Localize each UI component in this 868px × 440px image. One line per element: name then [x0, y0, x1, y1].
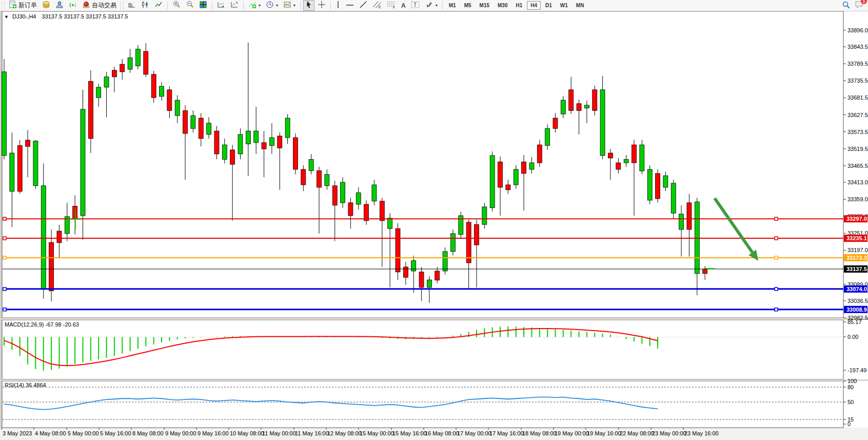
signals-button[interactable]: [67, 0, 79, 11]
rsi-tick-label: 0: [847, 421, 851, 427]
line-handle[interactable]: [775, 237, 778, 240]
auto-scroll-icon: [217, 1, 225, 10]
tab-timeframe-m1[interactable]: M1: [445, 1, 460, 10]
candle: [17, 145, 22, 191]
candle: [514, 169, 518, 185]
line-handle[interactable]: [775, 256, 778, 259]
candle: [207, 123, 211, 135]
channel-button[interactable]: E: [370, 0, 384, 11]
price-tick-label: 33359.0: [847, 196, 868, 202]
macd-indicator-label: MACD(12,26,9) -67.98 -20.63: [5, 321, 79, 328]
trendline-icon: [359, 1, 367, 10]
zoom-out-button[interactable]: [184, 0, 196, 11]
candle: [569, 90, 574, 110]
line-handle[interactable]: [775, 217, 778, 220]
candle: [600, 90, 605, 156]
tile-windows-icon: [199, 1, 207, 10]
candle: [419, 272, 424, 288]
chart-title-bar: ▼ DJ30-,H4 33137.5 33137.5 33137.5 33137…: [4, 13, 128, 20]
chart-canvas[interactable]: 33896.033843.533789.533735.533681.533627…: [0, 0, 868, 440]
chart-shift-button[interactable]: [228, 0, 241, 11]
svg-text:T: T: [413, 2, 417, 8]
time-tick-label: 16 May 08:00: [425, 430, 459, 436]
search-button[interactable]: [842, 1, 851, 11]
price-tick-label: 33197.0: [847, 247, 868, 253]
chart-menu-icon[interactable]: ▼: [4, 14, 9, 20]
text-button[interactable]: A: [399, 0, 408, 11]
price-tick-label: 33681.5: [847, 94, 868, 101]
periods-button[interactable]: ▾: [264, 0, 280, 11]
trendline-button[interactable]: [357, 0, 369, 11]
candlestick-chart-button[interactable]: [139, 0, 151, 11]
candle: [388, 218, 392, 228]
time-tick-label: 9 May 00:00: [165, 430, 196, 436]
chat-button[interactable]: 1: [855, 1, 864, 10]
autotrading-button[interactable]: 自动交易: [80, 0, 119, 11]
auto-scroll-button[interactable]: [215, 0, 227, 11]
price-label-text: 33173.3: [846, 255, 867, 261]
line-handle[interactable]: [775, 288, 778, 291]
tab-timeframe-h4[interactable]: H4: [527, 1, 541, 10]
candle: [120, 64, 125, 72]
coins-button[interactable]: [40, 0, 52, 11]
tab-timeframe-w1[interactable]: W1: [557, 1, 571, 10]
line-handle[interactable]: [3, 288, 6, 291]
horizontal-line-button[interactable]: [344, 0, 356, 11]
templates-button[interactable]: ▾: [281, 0, 298, 11]
price-tick-label: 33413.0: [847, 179, 868, 185]
panel-splitter[interactable]: [0, 318, 868, 320]
tab-timeframe-m15[interactable]: M15: [476, 1, 493, 10]
tab-timeframe-mn[interactable]: MN: [573, 1, 588, 10]
toolbar-grip[interactable]: [2, 2, 5, 10]
line-handle[interactable]: [3, 256, 6, 259]
tile-windows-button[interactable]: [197, 0, 209, 11]
bar-chart-button[interactable]: [126, 0, 138, 11]
candle: [608, 153, 613, 158]
candle: [96, 87, 101, 98]
candle: [49, 242, 54, 291]
candle: [214, 131, 219, 154]
tab-timeframe-m5[interactable]: M5: [461, 1, 475, 10]
line-handle[interactable]: [775, 308, 778, 311]
candle: [41, 186, 46, 289]
candle: [593, 90, 597, 110]
candle: [167, 90, 172, 110]
line-handle[interactable]: [3, 237, 6, 240]
time-tick-label: 11 May 00:00: [262, 430, 296, 436]
dropdown-caret-icon: ▾: [293, 3, 295, 8]
arrows-button[interactable]: ▾: [423, 0, 440, 11]
rsi-panel[interactable]: [2, 381, 843, 428]
time-tick-label: 5 May 16:00: [100, 430, 131, 436]
line-chart-icon: [154, 1, 163, 10]
candle: [199, 118, 203, 139]
time-tick-label: 15 May 16:00: [392, 430, 427, 436]
zoom-in-button[interactable]: [170, 0, 183, 11]
tab-timeframe-d1[interactable]: D1: [542, 1, 556, 10]
crosshair-button[interactable]: [315, 0, 328, 11]
autotrading-label: 自动交易: [92, 1, 116, 10]
line-handle[interactable]: [3, 217, 6, 220]
vertical-line-button[interactable]: [333, 0, 343, 11]
new-order-button[interactable]: 新订单: [7, 0, 39, 11]
autotrading-red-dot-icon: [82, 1, 90, 10]
toolbar-grip[interactable]: [121, 2, 124, 10]
time-tick-label: 12 May 08:00: [327, 430, 362, 436]
fibonacci-button[interactable]: F: [385, 0, 398, 11]
candle: [671, 183, 676, 213]
indicators-button[interactable]: ▾: [246, 0, 263, 11]
line-handle[interactable]: [3, 308, 6, 311]
tab-timeframe-h1[interactable]: H1: [512, 1, 526, 10]
profile-button[interactable]: [53, 0, 66, 11]
cursor-button[interactable]: [303, 0, 314, 11]
candle: [278, 136, 282, 148]
candle: [222, 145, 227, 159]
dropdown-caret-icon: ▾: [259, 3, 261, 8]
chart-symbol-period: DJ30-,H4: [12, 13, 36, 20]
candle: [482, 207, 487, 224]
text-label-button[interactable]: T: [409, 0, 422, 11]
line-chart-button[interactable]: [152, 0, 165, 11]
macd-panel[interactable]: [2, 320, 843, 379]
panel-splitter[interactable]: [0, 379, 868, 381]
tab-timeframe-m30[interactable]: M30: [494, 1, 511, 10]
candle: [325, 175, 329, 186]
